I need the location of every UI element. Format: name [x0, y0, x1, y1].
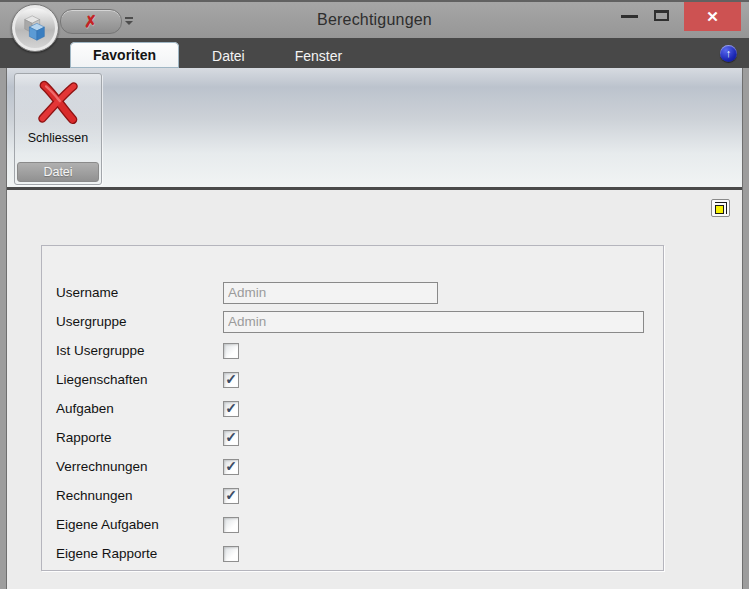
form-row-eigene-rapporte: Eigene Rapporte: [56, 539, 655, 568]
ist-usergruppe-checkbox[interactable]: [223, 343, 239, 359]
aufgaben-label: Aufgaben: [56, 401, 223, 416]
eigene-aufgaben-checkbox[interactable]: [223, 517, 239, 533]
checkmark-icon: ✓: [225, 401, 237, 415]
content-area: Username Usergruppe Ist Usergruppe Liege…: [7, 190, 742, 589]
checkmark-icon: ✓: [225, 430, 237, 444]
rapporte-checkbox[interactable]: ✓: [223, 430, 239, 446]
ribbon: Schliessen Datei: [7, 68, 742, 190]
liegenschaften-checkbox[interactable]: ✓: [223, 372, 239, 388]
rapporte-label: Rapporte: [56, 430, 223, 445]
quick-access-toolbar: ✗: [60, 9, 122, 34]
usergruppe-label: Usergruppe: [56, 314, 223, 329]
form-row-rechnungen: Rechnungen ✓: [56, 481, 655, 510]
tab-fenster[interactable]: Fenster: [278, 43, 359, 68]
rechnungen-checkbox[interactable]: ✓: [223, 488, 239, 504]
form-row-ist-usergruppe: Ist Usergruppe: [56, 336, 655, 365]
rechnungen-label: Rechnungen: [56, 488, 223, 503]
minimize-button[interactable]: [621, 15, 638, 18]
schliessen-label: Schliessen: [16, 131, 100, 145]
eigene-aufgaben-label: Eigene Aufgaben: [56, 517, 223, 532]
checkmark-icon: ✓: [225, 372, 237, 386]
tab-datei[interactable]: Datei: [195, 43, 262, 68]
info-icon[interactable]: ↑: [720, 45, 737, 62]
form-row-aufgaben: Aufgaben ✓: [56, 394, 655, 423]
form-row-usergruppe: Usergruppe: [56, 307, 655, 336]
window-border-right: [742, 68, 749, 589]
eigene-rapporte-label: Eigene Rapporte: [56, 546, 223, 561]
schliessen-button[interactable]: Schliessen: [16, 75, 100, 161]
close-button[interactable]: ✕: [684, 2, 741, 31]
checkmark-icon: ✓: [225, 488, 237, 502]
username-input[interactable]: [223, 282, 438, 304]
usergruppe-input[interactable]: [223, 311, 644, 333]
berechtigungen-window: ✗ Berechtigungen ✕ Favoriten Datei Fenst…: [0, 0, 749, 589]
ribbon-group-caption[interactable]: Datei: [17, 162, 99, 182]
liegenschaften-label: Liegenschaften: [56, 372, 223, 387]
qat-dropdown-icon[interactable]: [124, 17, 133, 25]
panel-dock-button[interactable]: [711, 199, 730, 217]
dock-panel-icon: [715, 202, 727, 214]
ribbon-tab-bar: Favoriten Datei Fenster ↑: [0, 38, 749, 68]
username-label: Username: [56, 285, 223, 300]
close-x-icon: [35, 79, 81, 125]
form-row-username: Username: [56, 278, 655, 307]
title-bar: ✗ Berechtigungen ✕: [0, 0, 749, 38]
form-row-rapporte: Rapporte ✓: [56, 423, 655, 452]
form-row-verrechnungen: Verrechnungen ✓: [56, 452, 655, 481]
eigene-rapporte-checkbox[interactable]: [223, 546, 239, 562]
form-row-liegenschaften: Liegenschaften ✓: [56, 365, 655, 394]
ist-usergruppe-label: Ist Usergruppe: [56, 343, 223, 358]
maximize-button[interactable]: [654, 10, 669, 21]
ribbon-group-datei: Schliessen Datei: [14, 73, 102, 185]
verrechnungen-checkbox[interactable]: ✓: [223, 459, 239, 475]
form-row-eigene-aufgaben: Eigene Aufgaben: [56, 510, 655, 539]
permissions-panel: Username Usergruppe Ist Usergruppe Liege…: [41, 245, 664, 571]
tab-favoriten[interactable]: Favoriten: [70, 42, 179, 68]
app-cubes-icon: [20, 13, 50, 43]
aufgaben-checkbox[interactable]: ✓: [223, 401, 239, 417]
checkmark-icon: ✓: [225, 459, 237, 473]
quick-close-icon[interactable]: ✗: [84, 13, 98, 30]
app-menu-orb[interactable]: [11, 4, 59, 52]
window-border-left: [0, 68, 7, 589]
verrechnungen-label: Verrechnungen: [56, 459, 223, 474]
